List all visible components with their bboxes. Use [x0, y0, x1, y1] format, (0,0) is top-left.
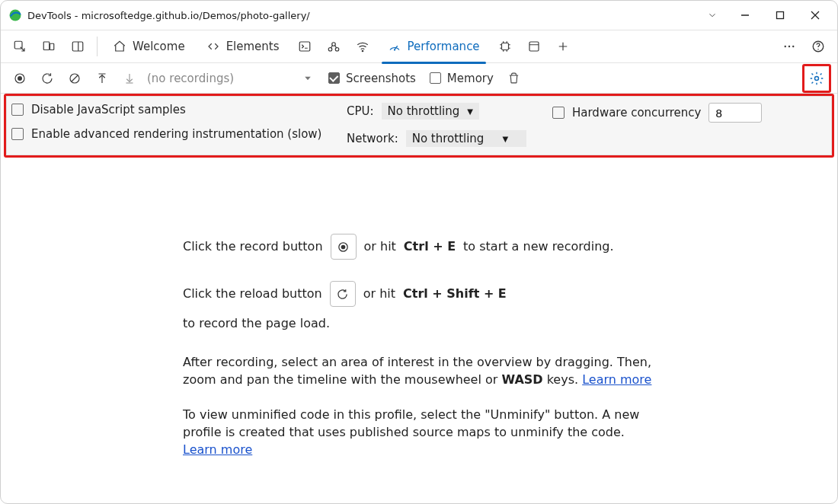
device-toolbar-icon[interactable] — [34, 32, 63, 61]
gauge-icon — [388, 40, 401, 53]
capture-settings-button[interactable] — [802, 64, 831, 93]
hint-text: to start a new recording. — [463, 238, 613, 255]
record-button[interactable] — [7, 65, 33, 91]
hint-text: To view unminified code in this profile,… — [183, 407, 639, 439]
svg-point-13 — [328, 48, 332, 52]
svg-rect-10 — [299, 42, 310, 51]
application-icon[interactable] — [520, 32, 549, 61]
dock-side-icon[interactable] — [63, 32, 92, 61]
main-tab-strip: Welcome Elements Performance — [1, 30, 837, 63]
hardware-concurrency-input[interactable] — [708, 103, 762, 123]
svg-rect-7 — [50, 43, 54, 49]
checkbox-label: Disable JavaScript samples — [31, 103, 186, 116]
clear-button[interactable] — [62, 65, 88, 91]
tab-elements[interactable]: Elements — [196, 30, 290, 63]
network-icon[interactable] — [348, 32, 377, 61]
sources-icon[interactable] — [319, 32, 348, 61]
chevron-down-icon: ▼ — [467, 107, 473, 116]
checkbox-icon — [430, 72, 441, 84]
hint-text: or hit — [364, 238, 396, 255]
advanced-rendering-checkbox[interactable]: Enable advanced rendering instrumentatio… — [11, 127, 347, 141]
zoom-hint-paragraph: After recording, select an area of inter… — [183, 353, 655, 388]
keyboard-shortcut: Ctrl + E — [404, 238, 456, 255]
select-value: No throttling — [388, 104, 460, 118]
reload-button-sample — [330, 281, 356, 307]
screenshots-checkbox[interactable]: Screenshots — [322, 72, 422, 85]
checkbox-icon — [552, 107, 565, 119]
checkbox-icon — [11, 128, 24, 140]
more-icon[interactable] — [775, 32, 804, 61]
tab-label: Welcome — [133, 40, 185, 53]
performance-toolbar: (no recordings) Screenshots Memory — [1, 63, 837, 94]
svg-point-39 — [18, 76, 22, 81]
download-icon[interactable] — [117, 65, 142, 91]
console-icon[interactable] — [290, 32, 319, 61]
close-button[interactable] — [798, 1, 833, 30]
code-icon — [206, 40, 220, 53]
svg-line-41 — [72, 75, 78, 81]
svg-rect-20 — [501, 43, 508, 50]
dropdown-caret-icon[interactable] — [295, 65, 321, 91]
window-title: DevTools - microsoftedge.github.io/Demos… — [27, 10, 310, 21]
network-label: Network: — [347, 132, 398, 145]
learn-more-link[interactable]: Learn more — [582, 372, 651, 387]
hint-text: or hit — [363, 285, 395, 302]
memory-checkbox[interactable]: Memory — [424, 72, 500, 85]
window-titlebar: DevTools - microsoftedge.github.io/Demos… — [1, 1, 837, 30]
svg-point-37 — [817, 49, 819, 50]
record-hint-row: Click the record button or hit Ctrl + E … — [183, 234, 655, 260]
svg-point-17 — [362, 50, 363, 52]
checkbox-label: Screenshots — [346, 72, 416, 85]
svg-rect-2 — [777, 12, 784, 19]
cpu-throttling-row: CPU: No throttling ▼ — [347, 103, 552, 120]
checkbox-icon — [328, 72, 340, 84]
svg-rect-6 — [43, 42, 50, 50]
memory-icon[interactable] — [491, 32, 520, 61]
keyboard-shortcut: Ctrl + Shift + E — [403, 285, 507, 302]
reload-hint-row: Click the reload button or hit Ctrl + Sh… — [183, 281, 655, 332]
reload-record-button[interactable] — [34, 65, 60, 91]
cpu-throttling-select[interactable]: No throttling ▼ — [382, 103, 479, 120]
recordings-dropdown[interactable]: (no recordings) — [147, 72, 234, 85]
unminify-hint-paragraph: To view unminified code in this profile,… — [183, 406, 655, 459]
record-button-sample — [331, 234, 357, 260]
svg-point-14 — [335, 48, 339, 52]
cpu-label: CPU: — [347, 104, 374, 118]
svg-point-49 — [341, 244, 346, 249]
checkbox-label: Memory — [447, 72, 494, 85]
svg-point-33 — [785, 46, 786, 47]
empty-state: Click the record button or hit Ctrl + E … — [1, 158, 837, 475]
svg-marker-46 — [305, 76, 311, 80]
checkbox-label: Hardware concurrency — [572, 106, 701, 120]
tab-performance[interactable]: Performance — [377, 30, 491, 63]
inspect-icon[interactable] — [5, 32, 34, 61]
maximize-button[interactable] — [763, 1, 798, 30]
help-icon[interactable] — [804, 32, 833, 61]
add-tab-icon[interactable] — [549, 32, 577, 61]
svg-rect-29 — [529, 42, 539, 51]
network-throttling-row: Network: No throttling ▼ — [347, 130, 552, 147]
svg-point-34 — [788, 46, 790, 47]
svg-rect-8 — [72, 42, 83, 51]
network-throttling-select[interactable]: No throttling ▼ — [406, 130, 526, 147]
minimize-button[interactable] — [728, 1, 763, 30]
upload-icon[interactable] — [89, 65, 115, 91]
checkbox-icon — [11, 104, 24, 116]
learn-more-link[interactable]: Learn more — [183, 442, 252, 457]
delete-icon[interactable] — [501, 65, 527, 91]
hint-text: Click the reload button — [183, 285, 322, 302]
separator — [97, 37, 98, 56]
hint-text: keys. — [543, 372, 583, 387]
capture-settings-panel: Disable JavaScript samples Enable advanc… — [4, 94, 834, 158]
svg-point-35 — [792, 46, 794, 47]
svg-point-47 — [815, 76, 819, 80]
checkbox-label: Enable advanced rendering instrumentatio… — [31, 127, 321, 141]
hint-text: to record the page load. — [183, 314, 330, 332]
tab-welcome[interactable]: Welcome — [102, 30, 196, 63]
chevron-down-icon: ▼ — [502, 135, 508, 143]
disable-js-samples-checkbox[interactable]: Disable JavaScript samples — [11, 103, 347, 116]
select-value: No throttling — [412, 132, 485, 145]
gear-icon — [809, 71, 824, 86]
chevron-down-icon[interactable] — [697, 10, 728, 21]
hardware-concurrency-checkbox[interactable]: Hardware concurrency — [552, 103, 824, 123]
